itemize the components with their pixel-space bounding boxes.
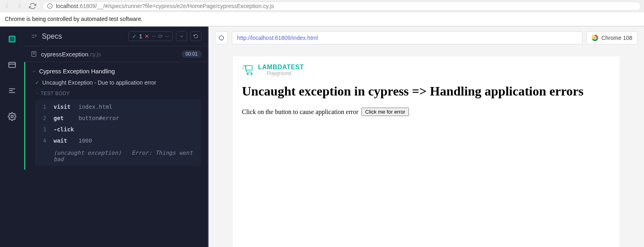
fail-count: -- — [152, 33, 155, 39]
cart-icon — [242, 64, 255, 77]
command-name: wait — [54, 137, 71, 144]
target-icon — [218, 35, 225, 41]
command-row[interactable]: 4 wait 1000 — [35, 135, 201, 146]
command-number: 3 — [41, 126, 46, 133]
chevron-down-icon — [179, 34, 184, 39]
aut-viewport: LAMBDATEST Playground Uncaught exception… — [208, 49, 644, 247]
describe-row[interactable]: Cypress Exception Handling — [25, 65, 208, 77]
test-row[interactable]: ✓ Uncaught Exception - Due to applicatio… — [25, 77, 208, 88]
instruction-text: Click on the button to cause application… — [242, 108, 358, 116]
address-bar[interactable]: localhost:61809/__/#/specs/runner?file=c… — [43, 2, 641, 10]
forward-icon[interactable] — [16, 2, 23, 10]
tests-list: Cypress Exception Handling ✓ Uncaught Ex… — [24, 62, 208, 170]
selector-playground-button[interactable] — [215, 31, 228, 44]
settings-nav-icon[interactable] — [8, 112, 17, 121]
lambdatest-logo: LAMBDATEST Playground — [242, 64, 611, 77]
logo-sub: Playground — [267, 71, 304, 76]
address-url-rest: :61809/__/#/specs/runner?file=cypress/e2… — [78, 3, 274, 9]
reload-icon[interactable] — [29, 2, 36, 10]
exception-row[interactable]: (uncaught exception) Error: Things went … — [35, 146, 201, 164]
command-name: -click — [54, 126, 74, 133]
svg-rect-3 — [9, 36, 15, 42]
svg-rect-4 — [9, 62, 16, 68]
nav-rail — [0, 27, 24, 247]
aut-url-box[interactable]: http://localhost:61809/index.html — [232, 31, 582, 44]
pending-icon: ⟳ — [158, 33, 163, 39]
specs-toggle-icon[interactable] — [31, 33, 37, 39]
pending-count: -- — [165, 33, 169, 39]
specs-nav-icon[interactable] — [8, 35, 17, 44]
chevron-down-icon — [35, 92, 38, 95]
command-row[interactable]: 2 get button#error — [35, 112, 201, 124]
svg-point-22 — [242, 68, 243, 68]
address-url-host: localhost — [56, 3, 78, 9]
runs-nav-icon[interactable] — [8, 60, 17, 69]
command-arg: button#error — [78, 115, 119, 121]
command-name: get — [54, 115, 71, 121]
aut-page: LAMBDATEST Playground Uncaught exception… — [233, 56, 619, 247]
svg-point-13 — [219, 36, 224, 40]
svg-point-20 — [251, 73, 253, 75]
restart-button[interactable] — [190, 31, 202, 41]
specs-title: Specs — [42, 32, 62, 41]
restart-icon — [194, 34, 198, 39]
automation-message: Chrome is being controlled by automated … — [5, 16, 142, 22]
browser-nav — [3, 2, 36, 10]
browser-chrome-bar: localhost:61809/__/#/specs/runner?file=c… — [0, 0, 644, 12]
command-number: 4 — [41, 137, 46, 144]
chevron-down-icon — [32, 69, 36, 73]
test-title: Uncaught Exception - Due to application … — [42, 79, 156, 86]
command-log: 1 visit index.html 2 get button#error 3 … — [35, 100, 201, 166]
svg-rect-18 — [246, 66, 252, 70]
test-body-label[interactable]: TEST BODY — [25, 88, 208, 99]
command-number: 2 — [41, 115, 46, 121]
command-arg: 1000 — [78, 137, 92, 144]
browser-label: Chrome 108 — [601, 35, 632, 41]
pass-count: 1 — [139, 33, 142, 39]
spec-file-ext: .cy.js — [89, 51, 101, 58]
svg-point-19 — [247, 73, 249, 75]
next-button[interactable] — [176, 31, 187, 41]
aut-url-row: http://localhost:61809/index.html Chrome… — [208, 27, 644, 49]
spec-timer: 00:01 — [182, 50, 202, 58]
command-name: visit — [54, 104, 71, 110]
spec-file-row[interactable]: cypressException.cy.js 00:01 — [24, 46, 208, 62]
svg-point-9 — [11, 115, 13, 118]
browser-picker[interactable]: Chrome 108 — [586, 31, 638, 44]
exception-label: (uncaught exception) — [54, 149, 122, 156]
error-button[interactable]: Click me for error — [361, 108, 409, 116]
svg-point-21 — [243, 66, 244, 67]
fail-x-icon: ✕ — [144, 33, 149, 39]
check-icon: ✓ — [35, 80, 39, 85]
svg-point-23 — [244, 68, 244, 69]
info-icon — [47, 3, 53, 9]
reporter-panel: Specs ✓ 1 ✕ -- ⟳ -- — [24, 27, 208, 247]
page-heading: Uncaught exception in cypress => Handlin… — [242, 84, 611, 99]
app-root: Specs ✓ 1 ✕ -- ⟳ -- — [0, 27, 644, 247]
command-row[interactable]: 3 -click — [35, 124, 201, 135]
logo-brand: LAMBDATEST — [258, 64, 304, 71]
reporter-header: Specs ✓ 1 ✕ -- ⟳ -- — [24, 27, 208, 46]
automation-banner: Chrome is being controlled by automated … — [0, 12, 644, 27]
command-row[interactable]: 1 visit index.html — [35, 101, 201, 112]
file-icon — [31, 51, 37, 57]
aut-url: http://localhost:61809/index.html — [237, 35, 318, 41]
command-number: 1 — [41, 104, 46, 110]
pass-check-icon: ✓ — [132, 33, 137, 39]
describe-title: Cypress Exception Handling — [39, 68, 115, 75]
back-icon[interactable] — [3, 2, 10, 10]
stats-box: ✓ 1 ✕ -- ⟳ -- — [128, 31, 173, 41]
spec-file-name: cypressException — [41, 51, 89, 58]
debug-nav-icon[interactable] — [8, 86, 17, 95]
chrome-icon — [592, 35, 598, 41]
command-arg: index.html — [78, 104, 112, 110]
preview-area: http://localhost:61809/index.html Chrome… — [208, 27, 644, 247]
